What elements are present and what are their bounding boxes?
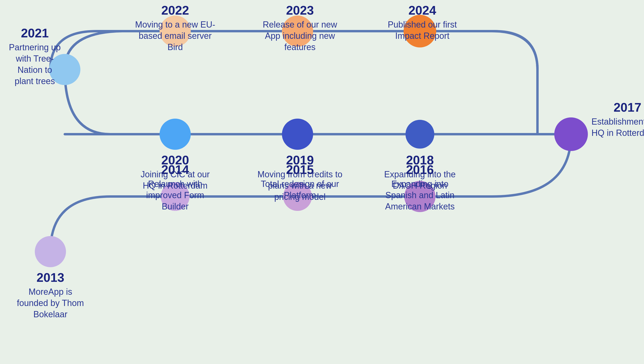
circle-2020	[159, 118, 191, 150]
event-2022: 2022 Moving to a new EU-based email serv…	[134, 4, 216, 53]
desc-2015: Total redesign of our Platform	[259, 178, 341, 201]
year-2016: 2016	[406, 163, 434, 176]
year-2013: 2013	[37, 271, 64, 284]
desc-2017: Establishment of HQ in Rotterdam	[591, 116, 644, 139]
year-2017: 2017	[613, 101, 641, 114]
desc-2024: Published our first Impact Report	[381, 19, 463, 42]
desc-2022: Moving to a new EU-based email server Bi…	[134, 19, 216, 53]
circle-2017	[554, 118, 588, 151]
event-2014: 2014 Relaunch with improved Form Builder	[134, 163, 216, 212]
desc-2021: Partnering up with Tree-Nation to plant …	[7, 42, 62, 87]
event-2024: 2024 Published our first Impact Report	[381, 4, 463, 42]
year-2022: 2022	[161, 4, 189, 17]
desc-2014: Relaunch with improved Form Builder	[134, 178, 216, 212]
year-2014: 2014	[161, 163, 189, 176]
event-2023: 2023 Release of our new App including ne…	[259, 4, 341, 53]
event-2021: 2021 Partnering up with Tree-Nation to p…	[7, 26, 62, 87]
event-2015: 2015 Total redesign of our Platform	[259, 163, 341, 201]
event-2013: 2013 MoreApp is founded by Thom Bokelaar	[12, 271, 89, 320]
event-2016: 2016 Expanding into Spanish and Latin Am…	[379, 163, 461, 212]
circle-2019	[282, 118, 313, 150]
timeline-container: .tl-path { fill: none; stroke: #5c7ab5; …	[0, 0, 644, 364]
year-2015: 2015	[286, 163, 314, 176]
desc-2013: MoreApp is founded by Thom Bokelaar	[12, 286, 89, 320]
event-2017: 2017 Establishment of HQ in Rotterdam	[591, 101, 644, 139]
year-2024: 2024	[408, 4, 436, 17]
desc-2016: Expanding into Spanish and Latin America…	[379, 178, 461, 212]
desc-2023: Release of our new App including new fea…	[259, 19, 341, 53]
circle-2018	[405, 120, 434, 148]
year-2023: 2023	[286, 4, 314, 17]
year-2021: 2021	[21, 26, 49, 40]
circle-2013	[35, 236, 66, 267]
